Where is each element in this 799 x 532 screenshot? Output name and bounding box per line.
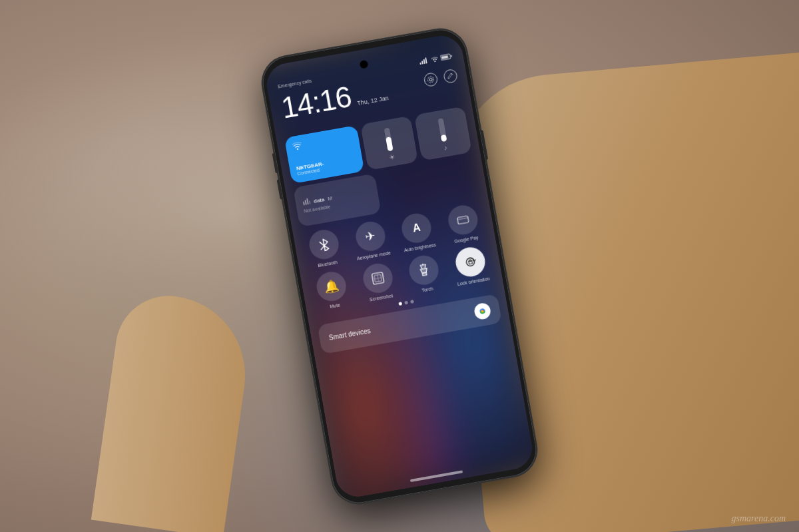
brightness-slider[interactable]: ☀ [360,115,418,170]
brightness-track [384,127,394,151]
data-carrier: M [327,194,332,201]
watermark: gsmarena.com [731,513,786,524]
torch-icon-bg [407,253,441,287]
svg-rect-3 [425,57,427,63]
bluetooth-icon [318,236,330,251]
svg-line-10 [306,200,306,204]
aeroplane-icon-bg: ✈ [354,219,388,253]
mute-button[interactable]: 🔔 Mute [308,268,356,312]
spacer1 [378,164,431,212]
dot-2 [404,300,408,304]
torch-icon [417,262,430,277]
wifi-status-icon [430,55,439,63]
edit-icon[interactable] [443,68,458,83]
bluetooth-button[interactable]: Bluetooth [301,226,348,270]
brightness-icon-bg: A [400,211,433,245]
dot-3 [410,299,414,303]
svg-rect-1 [421,61,423,64]
svg-rect-2 [423,59,425,63]
screenshot-icon [371,271,385,285]
googlepay-label: Google Pay [454,234,479,244]
settings-icon[interactable] [423,71,438,87]
svg-point-8 [427,76,434,83]
lock-orientation-icon [463,255,477,269]
wifi-tile-icon [292,141,302,150]
lock-orientation-icon-bg [453,245,487,279]
aeroplane-label: Aeroplane mode [356,250,391,262]
mute-icon: 🔔 [323,278,340,294]
brightness-fill [386,136,394,151]
svg-rect-0 [419,62,421,64]
auto-brightness-icon: A [411,221,421,234]
googlepay-icon-bg [446,202,480,236]
svg-line-11 [307,198,308,204]
google-icon-svg [476,304,489,317]
clock-date: Thu, 12 Jan [357,95,390,107]
lock-orientation-button[interactable]: Lock orientation [447,244,495,288]
torch-button[interactable]: Torch [401,252,448,296]
screenshot-button[interactable]: Screenshot [355,260,402,304]
dot-1 [398,302,402,306]
googlepay-icon [456,214,469,224]
lock-orientation-label: Lock orientation [457,276,490,288]
svg-point-7 [429,78,433,81]
screenshot-icon-bg [361,261,395,295]
bluetooth-icon-bg [307,227,341,261]
screenshot-label: Screenshot [370,293,394,302]
mute-label: Mute [330,302,341,310]
volume-track [437,118,447,142]
spacer2 [427,156,480,203]
bluetooth-label: Bluetooth [318,260,338,268]
data-signal-icon [302,197,311,206]
brightness-icon: ☀ [388,152,396,160]
google-pay-button[interactable]: Google Pay [440,202,487,246]
google-home-icon [473,302,492,320]
volume-slider[interactable]: ♪ [414,106,472,160]
mute-icon-bg: 🔔 [315,270,349,304]
aeroplane-button[interactable]: ✈ Aeroplane mode [348,218,395,262]
svg-line-12 [310,200,310,203]
network-icon [419,57,429,64]
auto-brightness-button[interactable]: A Auto brightness [394,210,441,254]
svg-rect-6 [451,55,452,57]
volume-icon: ♪ [443,143,448,151]
data-label: data [313,196,325,204]
smart-devices-label: Smart devices [328,327,371,342]
volume-fill [441,134,447,142]
auto-brightness-label: Auto brightness [403,242,436,254]
torch-label: Torch [421,286,433,294]
aeroplane-icon: ✈ [364,228,377,244]
scene: Emergency calls [0,0,799,532]
svg-line-9 [304,202,304,204]
tiles-container: NETGEAR- Connected ☀ [284,106,502,354]
